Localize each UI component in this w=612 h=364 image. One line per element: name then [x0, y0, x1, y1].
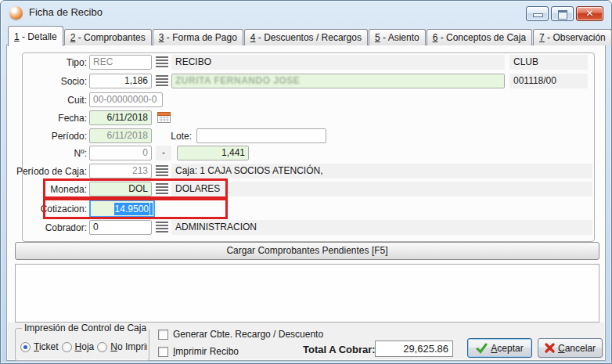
socio-lookup-icon[interactable]	[156, 75, 168, 87]
socio-input[interactable]: 1,186	[89, 74, 152, 88]
numero-input[interactable]: 0	[89, 146, 152, 160]
tipo-label: Tipo:	[11, 56, 87, 70]
tipo-description: RECIBO	[171, 55, 505, 70]
window-title: Ficha de Recibo	[29, 1, 103, 24]
tab-bar: 1 - Detalle 2 - Comprobantes 3 - Forma d…	[8, 25, 605, 45]
radio-hoja[interactable]	[62, 342, 72, 352]
moneda-description: DOLARES	[171, 182, 592, 196]
cobrador-lookup-icon[interactable]	[156, 222, 168, 233]
cancelar-label: Cancelar	[558, 343, 596, 354]
socio-name-field: ZURITA FERNANDO JOSE	[171, 74, 505, 88]
tab-descuentos-recargos[interactable]: 4 - Descuentos / Recargos	[244, 29, 368, 45]
tipo-input[interactable]: REC	[89, 55, 152, 70]
periodo-caja-input[interactable]: 213	[89, 164, 152, 178]
cargar-comprobantes-button[interactable]: Cargar Comprobantes Pendientes [F5]	[15, 242, 599, 260]
radio-no-imprimir-label: No Imprimir	[110, 341, 147, 352]
tab-asiento[interactable]: 5 - Asiento	[369, 29, 426, 45]
tab-conceptos-de-caja[interactable]: 6 - Conceptos de Caja	[427, 29, 532, 45]
app-icon	[9, 6, 23, 20]
lote-label: Lote:	[145, 129, 192, 144]
cobrador-input[interactable]: 0	[89, 220, 152, 235]
cobrador-label: Cobrador:	[11, 221, 87, 236]
cotizacion-selected-text: 14.9500	[114, 203, 149, 215]
periodo-label: Período:	[11, 129, 87, 144]
check-icon	[476, 343, 488, 354]
fecha-label: Fecha:	[11, 111, 87, 126]
socio-number-field: 001118/00	[509, 74, 588, 88]
total-a-cobrar-label: Total A Cobrar:	[303, 344, 376, 355]
x-icon	[545, 343, 555, 353]
periodo-caja-label: Período de Caja:	[11, 164, 87, 179]
cobrador-description: ADMINISTRACION	[171, 220, 592, 235]
checkbox-imprimir-recibo-label: Imprimir Recibo	[173, 346, 239, 357]
comprobantes-panel	[15, 264, 599, 323]
periodo-input[interactable]: 6/11/2018	[89, 128, 152, 143]
close-button[interactable]: ✕	[576, 6, 603, 21]
minimize-button[interactable]	[526, 6, 549, 21]
checkbox-generar-cbte-label: Generar Cbte. Recargo / Descuento	[173, 329, 323, 340]
aceptar-label: Aceptar	[491, 343, 523, 354]
maximize-icon	[558, 10, 567, 20]
radio-ticket-label: Ticket	[34, 341, 59, 352]
numero-label: Nº:	[11, 146, 87, 161]
checkbox-imprimir-recibo[interactable]	[158, 347, 168, 357]
ficha-de-recibo-window: Ficha de Recibo ✕ 1 - Detalle 2 - Compro…	[0, 0, 612, 364]
tab-observacion[interactable]: 7 - Observación	[533, 29, 612, 45]
fecha-input[interactable]: 6/11/2018	[89, 110, 152, 125]
tab-page-detalle: Tipo: REC RECIBO CLUB Socio: 1,186 ZURIT…	[6, 45, 606, 361]
aceptar-button[interactable]: Aceptar	[467, 338, 532, 358]
moneda-lookup-icon[interactable]	[156, 183, 168, 195]
numero2-input[interactable]: 1,441	[177, 146, 249, 160]
cotizacion-input[interactable]: 14.9500	[89, 200, 155, 218]
cotizacion-label: Cotizacion:	[11, 202, 87, 217]
cuit-input[interactable]: 00-00000000-0	[89, 92, 163, 107]
lote-input[interactable]	[196, 128, 326, 143]
caja-description: Caja: 1 CAJA SOCIOS ATENCIÓN,	[171, 164, 592, 178]
club-field: CLUB	[509, 55, 588, 70]
calendar-icon[interactable]	[157, 110, 172, 124]
numero-separator: -	[156, 146, 171, 160]
checkbox-generar-cbte[interactable]	[158, 330, 168, 340]
text-caret	[150, 203, 153, 215]
maximize-button[interactable]	[551, 6, 574, 21]
periodo-caja-lookup-icon[interactable]	[156, 165, 168, 177]
print-group-title: Impresión de Control de Caja	[22, 323, 149, 333]
radio-hoja-label: Hoja	[75, 341, 95, 352]
radio-ticket[interactable]	[20, 342, 31, 352]
total-a-cobrar-input[interactable]: 29,625.86	[375, 341, 453, 357]
moneda-label: Moneda:	[11, 182, 87, 197]
moneda-input[interactable]: DOL	[89, 182, 152, 196]
print-control-groupbox: Impresión de Control de Caja Ticket Hoja…	[15, 328, 149, 361]
cancelar-button[interactable]: Cancelar	[538, 338, 603, 358]
tipo-lookup-icon[interactable]	[156, 56, 168, 68]
minimize-icon	[533, 13, 543, 17]
radio-no-imprimir[interactable]	[97, 342, 107, 352]
socio-label: Socio:	[11, 74, 87, 89]
cuit-label: Cuit:	[11, 93, 87, 108]
tab-forma-de-pago[interactable]: 3 - Forma de Pago	[153, 29, 243, 45]
title-bar[interactable]: Ficha de Recibo ✕	[1, 1, 611, 24]
close-icon: ✕	[577, 8, 603, 19]
tab-comprobantes[interactable]: 2 - Comprobantes	[64, 29, 152, 45]
tab-detalle[interactable]: 1 - Detalle	[8, 26, 63, 46]
